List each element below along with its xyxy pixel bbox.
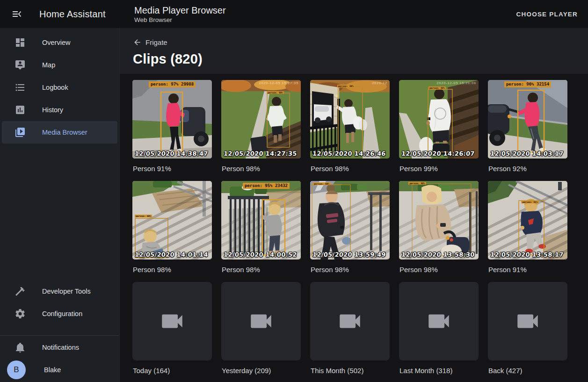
- clip-timestamp: 12/05/2020 14:03:17: [490, 150, 564, 157]
- clip-thumbnail[interactable]: person: 98%12/05/2020 13:59:49: [310, 181, 390, 259]
- sidebar-item-history[interactable]: History: [2, 99, 117, 121]
- clip-thumbnail[interactable]: 2020-12-05 15:27:35person: 98%12/05/2020…: [221, 80, 301, 159]
- detection-label: person: 99%: [428, 86, 446, 89]
- clip-thumbnail[interactable]: person: 98%12/05/2020 13:58:30: [399, 181, 479, 259]
- breadcrumb[interactable]: Frigate: [133, 38, 167, 47]
- history-icon: [15, 104, 26, 115]
- folder-caption: Last Month (318): [399, 367, 479, 375]
- folder-tile-last-month[interactable]: Last Month (318): [399, 282, 479, 382]
- page-title: Clips (820): [133, 51, 575, 67]
- panel-subtitle: Web Browser: [134, 16, 513, 23]
- clip-timestamp: 12/05/2020 13:58:30: [401, 251, 475, 258]
- clip-caption: Person 98%: [311, 165, 390, 173]
- sidebar-item-media-browser[interactable]: Media Browser: [2, 121, 117, 144]
- sidebar-nav-list: OverviewMapLogbookHistoryMedia Browser: [0, 31, 119, 144]
- folder-tile-yesterday[interactable]: Yesterday (209): [221, 282, 301, 382]
- developer-tools-icon: [15, 286, 26, 297]
- video-icon: [247, 308, 275, 335]
- user-avatar: B: [7, 360, 26, 379]
- logbook-icon: [15, 82, 26, 93]
- sidebar-item-overview[interactable]: Overview: [2, 31, 117, 54]
- clip-scene: [488, 80, 567, 159]
- sidebar-item-label: Logbook: [42, 84, 68, 91]
- clip-tile[interactable]: person: 98%12/05/2020 13:59:49Person 98%: [310, 181, 390, 282]
- clip-tile[interactable]: 2020-12person: 98%12/05/2020 14:26:46Per…: [310, 80, 390, 181]
- clip-scene: [221, 181, 301, 259]
- panel-title: Media Player Browser: [134, 5, 513, 16]
- sidebar-header: Home Assistant: [0, 7, 120, 22]
- folder-thumbnail[interactable]: [310, 282, 390, 360]
- sidebar-item-developer-tools[interactable]: Developer Tools: [2, 280, 117, 303]
- sidebar-item-logbook[interactable]: Logbook: [2, 76, 117, 99]
- clip-thumbnail[interactable]: person: 97% 2998812/05/2020 14:38:47: [132, 80, 212, 159]
- detection-label: person: 98%: [337, 85, 355, 87]
- choose-player-button[interactable]: CHOOSE PLAYER: [513, 6, 581, 22]
- video-icon: [159, 308, 186, 335]
- clip-scene: [399, 181, 479, 259]
- clip-scene: [132, 181, 212, 259]
- map-icon: [15, 59, 26, 71]
- sidebar-toggle-icon[interactable]: [9, 7, 24, 22]
- clip-tile[interactable]: 2020-12-05 15:27:35person: 98%12/05/2020…: [221, 80, 301, 181]
- camera-watermark: 2020-12-05 15:26:06: [436, 81, 476, 85]
- folder-tile-today[interactable]: Today (164): [132, 282, 212, 382]
- sidebar-bottom-section: Developer ToolsConfiguration Notificatio…: [0, 280, 119, 382]
- clip-tile[interactable]: 2020-12-05 15:26:06person: 99%12/05/2020…: [399, 80, 479, 181]
- folder-thumbnail[interactable]: [399, 282, 479, 360]
- sidebar-item-profile[interactable]: B Blake: [2, 359, 117, 381]
- arrow-left-icon: [133, 38, 142, 47]
- breadcrumb-label: Frigate: [145, 38, 167, 46]
- video-icon: [514, 308, 541, 335]
- clip-tile[interactable]: person: 96% 3215412/05/2020 14:03:17Pers…: [488, 80, 567, 181]
- folder-tile-this-month[interactable]: This Month (502): [310, 282, 390, 382]
- clip-scene: [399, 80, 479, 159]
- clip-timestamp: 12/05/2020 13:58:17: [490, 251, 564, 258]
- clip-caption: Person 98%: [399, 266, 479, 274]
- folder-thumbnail[interactable]: [221, 282, 301, 360]
- clip-tile[interactable]: person: 98%12/05/2020 14:01:14Person 98%: [132, 181, 212, 282]
- sidebar-item-notifications[interactable]: Notifications: [2, 336, 117, 359]
- clip-timestamp: 12/05/2020 14:00:52: [223, 251, 297, 258]
- clip-thumbnail[interactable]: person: 98%12/05/2020 14:01:14: [132, 181, 212, 259]
- camera-watermark: 2020-12: [372, 81, 387, 85]
- clip-tile[interactable]: person: 91%12/05/2020 13:58:17Person 91%: [488, 181, 567, 282]
- clips-area: person: 97% 2998812/05/2020 14:38:47Pers…: [120, 74, 588, 382]
- bell-icon: [15, 342, 26, 353]
- clip-caption: Person 99%: [399, 165, 479, 173]
- video-icon: [336, 308, 363, 335]
- sidebar-item-configuration[interactable]: Configuration: [2, 303, 117, 325]
- clip-thumbnail[interactable]: person: 95% 2343212/05/2020 14:00:52: [221, 181, 301, 259]
- clip-thumbnail[interactable]: person: 91%12/05/2020 13:58:17: [488, 181, 567, 259]
- clip-tile[interactable]: person: 98%12/05/2020 13:58:30Person 98%: [399, 181, 479, 282]
- folder-tile-back[interactable]: Back (427): [488, 282, 567, 382]
- clip-tile[interactable]: person: 97% 2998812/05/2020 14:38:47Pers…: [132, 80, 212, 181]
- clip-thumbnail[interactable]: person: 96% 3215412/05/2020 14:03:17: [488, 80, 567, 159]
- clip-caption: Person 98%: [222, 165, 301, 173]
- camera-watermark: 2020-12-05 15:27:35: [259, 81, 298, 85]
- detection-label: person: 98%: [408, 182, 426, 185]
- sidebar-item-map[interactable]: Map: [2, 54, 117, 76]
- clip-caption: Person 91%: [133, 165, 212, 173]
- detection-label: person: 98%: [267, 91, 284, 94]
- folder-caption: Today (164): [133, 367, 212, 375]
- media-browser-panel: Frigate Clips (820) person: 97% 2998812/…: [120, 28, 588, 382]
- user-name: Blake: [44, 366, 61, 374]
- clip-timestamp: 12/05/2020 14:26:07: [401, 150, 475, 157]
- dashboard-icon: [15, 37, 26, 48]
- clip-caption: Person 98%: [311, 266, 390, 274]
- detection-label: person: 98%: [313, 182, 330, 185]
- folder-thumbnail[interactable]: [488, 282, 567, 360]
- sidebar-divider: [0, 335, 119, 336]
- folder-thumbnail[interactable]: [132, 282, 212, 360]
- media-browser-header: Frigate Clips (820): [120, 28, 588, 74]
- clip-thumbnail[interactable]: 2020-12person: 98%12/05/2020 14:26:46: [310, 80, 390, 159]
- clip-thumbnail[interactable]: 2020-12-05 15:26:06person: 99%12/05/2020…: [399, 80, 479, 159]
- top-app-bar: Home Assistant Media Player Browser Web …: [0, 0, 588, 28]
- clip-caption: Person 98%: [133, 266, 212, 274]
- media-browser-icon: [15, 127, 26, 138]
- folder-caption: This Month (502): [311, 367, 390, 375]
- clip-timestamp: 12/05/2020 14:01:14: [134, 251, 208, 258]
- detection-label: person: 96% 32154: [504, 81, 551, 87]
- sidebar-item-label: Overview: [42, 39, 70, 46]
- clip-tile[interactable]: person: 95% 2343212/05/2020 14:00:52Pers…: [221, 181, 301, 282]
